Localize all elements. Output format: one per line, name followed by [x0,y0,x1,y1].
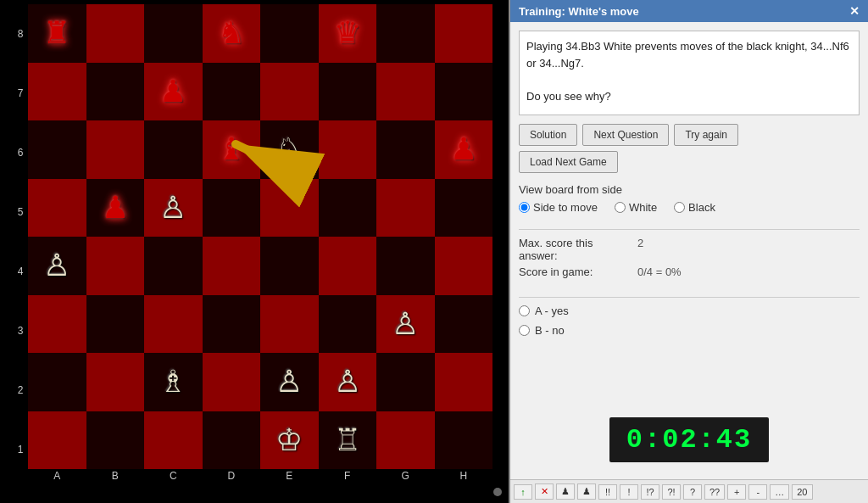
square-c2[interactable]: ♗ [144,353,203,411]
square-c3[interactable] [144,295,203,354]
answer-a[interactable]: A - yes [519,305,860,317]
try-again-button[interactable]: Try again [674,124,738,146]
square-e7[interactable] [260,63,319,121]
rank-5: 5 [13,182,28,242]
square-a1[interactable] [28,411,86,470]
square-f8[interactable]: ♛ [319,4,377,63]
square-b6[interactable] [86,120,145,179]
chess-board[interactable]: ♜ ♞ ♛ ♟ ♝ ♘ ♟ [28,4,492,469]
square-d3[interactable] [203,295,261,354]
square-d4[interactable] [203,237,261,295]
square-e3[interactable] [260,295,319,354]
radio-black-input[interactable] [674,202,685,213]
square-f4[interactable] [319,237,377,295]
file-f: F [319,468,377,483]
square-a2[interactable] [28,353,86,411]
square-g5[interactable] [376,179,435,238]
next-question-button[interactable]: Next Question [582,124,669,146]
square-a4[interactable]: ♙ [28,237,86,295]
square-b8[interactable] [86,4,145,63]
toolbar-exclq-btn[interactable]: !? [641,484,659,500]
square-h5[interactable] [435,179,493,238]
radio-white-input[interactable] [615,202,626,213]
square-h8[interactable] [435,4,493,63]
toolbar-q-btn[interactable]: ? [683,484,702,500]
answer-b-input[interactable] [519,325,530,336]
toolbar-pawn1-btn[interactable]: ♟ [556,483,575,500]
solution-button[interactable]: Solution [519,124,577,146]
square-b1[interactable] [86,411,145,470]
square-f6[interactable] [319,120,377,179]
square-e5[interactable] [260,179,319,238]
close-button[interactable]: ✕ [849,4,860,18]
square-a8[interactable]: ♜ [28,4,86,63]
square-g1[interactable] [376,411,435,470]
toolbar-ellipsis-btn[interactable]: … [770,484,789,500]
square-b7[interactable] [86,63,145,121]
square-f2[interactable]: ♙ [319,353,377,411]
rank-1: 1 [13,420,28,479]
toolbar-pawn2-btn[interactable]: ♟ [577,483,596,500]
square-h2[interactable] [435,353,493,411]
square-c5[interactable]: ♙ [144,179,203,238]
square-a6[interactable] [28,120,86,179]
radio-white[interactable]: White [615,201,657,214]
square-c4[interactable] [144,237,203,295]
square-b3[interactable] [86,295,145,354]
square-g7[interactable] [376,63,435,121]
answer-a-input[interactable] [519,305,530,316]
toolbar-20-btn[interactable]: 20 [792,484,812,500]
square-h4[interactable] [435,237,493,295]
square-d6[interactable]: ♝ [203,120,261,179]
square-d8[interactable]: ♞ [203,4,261,63]
toolbar-up-btn[interactable]: ↑ [514,484,532,500]
square-h3[interactable] [435,295,493,354]
square-g8[interactable] [376,4,435,63]
piece-rook-white: ♖ [334,425,361,455]
square-b4[interactable] [86,237,145,295]
square-a5[interactable] [28,179,86,238]
toolbar-minus-btn[interactable]: - [748,484,767,500]
toolbar-x-btn[interactable]: ✕ [535,483,554,500]
answer-b[interactable]: B - no [519,324,860,337]
square-b5[interactable]: ♟ [86,179,145,238]
square-d2[interactable] [203,353,261,411]
square-c8[interactable] [144,4,203,63]
radio-side-to-move[interactable]: Side to move [519,201,598,214]
square-c6[interactable] [144,120,203,179]
square-h1[interactable] [435,411,493,470]
square-f3[interactable] [319,295,377,354]
square-d1[interactable] [203,411,261,470]
square-e1[interactable]: ♔ [260,411,319,470]
square-e6[interactable]: ♘ [260,120,319,179]
square-a7[interactable] [28,63,86,121]
square-g4[interactable] [376,237,435,295]
square-c7[interactable]: ♟ [144,63,203,121]
radio-black[interactable]: Black [674,201,715,214]
toolbar-qexcl-btn[interactable]: ?! [662,484,681,500]
square-g2[interactable] [376,353,435,411]
toolbar-q2-btn[interactable]: ?? [704,484,725,500]
square-a3[interactable] [28,295,86,354]
toolbar-plus-btn[interactable]: + [727,484,746,500]
square-e8[interactable] [260,4,319,63]
file-c: C [144,468,203,483]
load-next-game-button[interactable]: Load Next Game [519,151,618,173]
square-h6[interactable]: ♟ [435,120,493,179]
radio-side-input[interactable] [519,202,530,213]
square-d7[interactable] [203,63,261,121]
square-f7[interactable] [319,63,377,121]
square-d5[interactable] [203,179,261,238]
toolbar-excl2-btn[interactable]: !! [598,484,617,500]
square-g3[interactable]: ♙ [376,295,435,354]
square-g6[interactable] [376,120,435,179]
square-b2[interactable] [86,353,145,411]
toolbar-excl-btn[interactable]: ! [620,484,638,500]
file-g: G [376,468,435,483]
square-e2[interactable]: ♙ [260,353,319,411]
square-h7[interactable] [435,63,493,121]
square-e4[interactable] [260,237,319,295]
square-f1[interactable]: ♖ [319,411,377,470]
square-f5[interactable] [319,179,377,238]
square-c1[interactable] [144,411,203,470]
